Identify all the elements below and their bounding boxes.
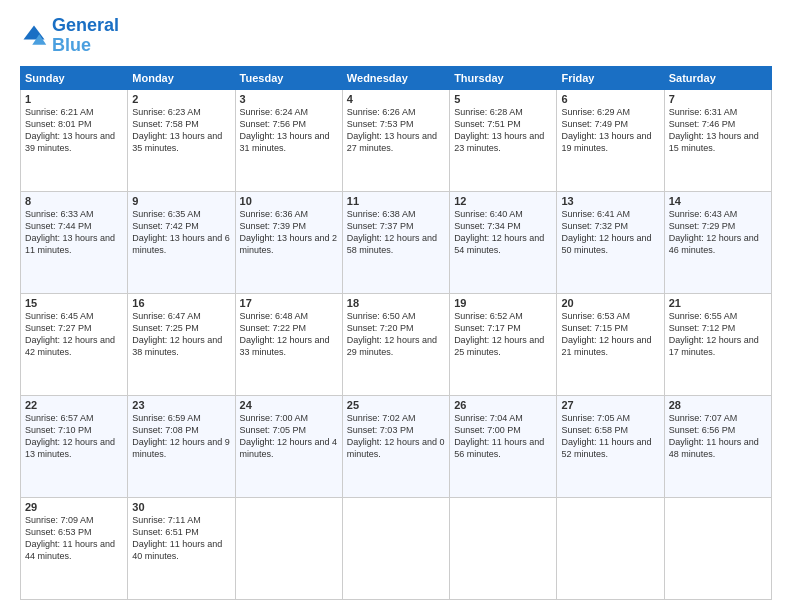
cell-content: Sunrise: 6:28 AMSunset: 7:51 PMDaylight:…	[454, 106, 552, 155]
calendar-cell	[342, 497, 449, 599]
calendar-cell: 20 Sunrise: 6:53 AMSunset: 7:15 PMDaylig…	[557, 293, 664, 395]
calendar-cell: 12 Sunrise: 6:40 AMSunset: 7:34 PMDaylig…	[450, 191, 557, 293]
day-number: 2	[132, 93, 230, 105]
logo-icon	[20, 22, 48, 50]
day-number: 29	[25, 501, 123, 513]
calendar-week-5: 29 Sunrise: 7:09 AMSunset: 6:53 PMDaylig…	[21, 497, 772, 599]
calendar-header-monday: Monday	[128, 66, 235, 89]
day-number: 16	[132, 297, 230, 309]
day-number: 7	[669, 93, 767, 105]
day-number: 6	[561, 93, 659, 105]
cell-content: Sunrise: 6:52 AMSunset: 7:17 PMDaylight:…	[454, 310, 552, 359]
cell-content: Sunrise: 6:31 AMSunset: 7:46 PMDaylight:…	[669, 106, 767, 155]
cell-content: Sunrise: 6:41 AMSunset: 7:32 PMDaylight:…	[561, 208, 659, 257]
calendar-cell: 10 Sunrise: 6:36 AMSunset: 7:39 PMDaylig…	[235, 191, 342, 293]
day-number: 20	[561, 297, 659, 309]
calendar-table: SundayMondayTuesdayWednesdayThursdayFrid…	[20, 66, 772, 600]
calendar-header-row: SundayMondayTuesdayWednesdayThursdayFrid…	[21, 66, 772, 89]
calendar-header-friday: Friday	[557, 66, 664, 89]
day-number: 22	[25, 399, 123, 411]
calendar-cell: 27 Sunrise: 7:05 AMSunset: 6:58 PMDaylig…	[557, 395, 664, 497]
cell-content: Sunrise: 6:26 AMSunset: 7:53 PMDaylight:…	[347, 106, 445, 155]
cell-content: Sunrise: 6:38 AMSunset: 7:37 PMDaylight:…	[347, 208, 445, 257]
day-number: 26	[454, 399, 552, 411]
day-number: 5	[454, 93, 552, 105]
calendar-cell: 19 Sunrise: 6:52 AMSunset: 7:17 PMDaylig…	[450, 293, 557, 395]
header: General Blue	[20, 16, 772, 56]
day-number: 11	[347, 195, 445, 207]
cell-content: Sunrise: 6:50 AMSunset: 7:20 PMDaylight:…	[347, 310, 445, 359]
day-number: 21	[669, 297, 767, 309]
calendar-cell: 17 Sunrise: 6:48 AMSunset: 7:22 PMDaylig…	[235, 293, 342, 395]
calendar-week-3: 15 Sunrise: 6:45 AMSunset: 7:27 PMDaylig…	[21, 293, 772, 395]
calendar-cell: 1 Sunrise: 6:21 AMSunset: 8:01 PMDayligh…	[21, 89, 128, 191]
cell-content: Sunrise: 7:04 AMSunset: 7:00 PMDaylight:…	[454, 412, 552, 461]
day-number: 3	[240, 93, 338, 105]
cell-content: Sunrise: 7:02 AMSunset: 7:03 PMDaylight:…	[347, 412, 445, 461]
logo-text: General Blue	[52, 16, 119, 56]
calendar-cell: 6 Sunrise: 6:29 AMSunset: 7:49 PMDayligh…	[557, 89, 664, 191]
cell-content: Sunrise: 6:47 AMSunset: 7:25 PMDaylight:…	[132, 310, 230, 359]
calendar-cell: 22 Sunrise: 6:57 AMSunset: 7:10 PMDaylig…	[21, 395, 128, 497]
day-number: 28	[669, 399, 767, 411]
calendar-header-saturday: Saturday	[664, 66, 771, 89]
cell-content: Sunrise: 7:09 AMSunset: 6:53 PMDaylight:…	[25, 514, 123, 563]
calendar-header-wednesday: Wednesday	[342, 66, 449, 89]
calendar-header-thursday: Thursday	[450, 66, 557, 89]
day-number: 12	[454, 195, 552, 207]
calendar-cell: 11 Sunrise: 6:38 AMSunset: 7:37 PMDaylig…	[342, 191, 449, 293]
cell-content: Sunrise: 6:23 AMSunset: 7:58 PMDaylight:…	[132, 106, 230, 155]
day-number: 19	[454, 297, 552, 309]
cell-content: Sunrise: 6:24 AMSunset: 7:56 PMDaylight:…	[240, 106, 338, 155]
day-number: 27	[561, 399, 659, 411]
cell-content: Sunrise: 7:11 AMSunset: 6:51 PMDaylight:…	[132, 514, 230, 563]
day-number: 8	[25, 195, 123, 207]
cell-content: Sunrise: 6:43 AMSunset: 7:29 PMDaylight:…	[669, 208, 767, 257]
calendar-header-sunday: Sunday	[21, 66, 128, 89]
day-number: 10	[240, 195, 338, 207]
cell-content: Sunrise: 6:55 AMSunset: 7:12 PMDaylight:…	[669, 310, 767, 359]
calendar-cell: 16 Sunrise: 6:47 AMSunset: 7:25 PMDaylig…	[128, 293, 235, 395]
cell-content: Sunrise: 6:57 AMSunset: 7:10 PMDaylight:…	[25, 412, 123, 461]
day-number: 15	[25, 297, 123, 309]
cell-content: Sunrise: 7:00 AMSunset: 7:05 PMDaylight:…	[240, 412, 338, 461]
cell-content: Sunrise: 6:48 AMSunset: 7:22 PMDaylight:…	[240, 310, 338, 359]
calendar-cell: 4 Sunrise: 6:26 AMSunset: 7:53 PMDayligh…	[342, 89, 449, 191]
calendar-cell: 28 Sunrise: 7:07 AMSunset: 6:56 PMDaylig…	[664, 395, 771, 497]
calendar-header-tuesday: Tuesday	[235, 66, 342, 89]
cell-content: Sunrise: 6:33 AMSunset: 7:44 PMDaylight:…	[25, 208, 123, 257]
day-number: 24	[240, 399, 338, 411]
calendar-cell	[557, 497, 664, 599]
day-number: 25	[347, 399, 445, 411]
cell-content: Sunrise: 6:40 AMSunset: 7:34 PMDaylight:…	[454, 208, 552, 257]
day-number: 1	[25, 93, 123, 105]
day-number: 9	[132, 195, 230, 207]
calendar-week-2: 8 Sunrise: 6:33 AMSunset: 7:44 PMDayligh…	[21, 191, 772, 293]
cell-content: Sunrise: 6:59 AMSunset: 7:08 PMDaylight:…	[132, 412, 230, 461]
calendar-cell: 23 Sunrise: 6:59 AMSunset: 7:08 PMDaylig…	[128, 395, 235, 497]
page: General Blue SundayMondayTuesdayWednesda…	[0, 0, 792, 612]
calendar-week-1: 1 Sunrise: 6:21 AMSunset: 8:01 PMDayligh…	[21, 89, 772, 191]
cell-content: Sunrise: 6:36 AMSunset: 7:39 PMDaylight:…	[240, 208, 338, 257]
calendar-cell: 15 Sunrise: 6:45 AMSunset: 7:27 PMDaylig…	[21, 293, 128, 395]
cell-content: Sunrise: 6:21 AMSunset: 8:01 PMDaylight:…	[25, 106, 123, 155]
calendar-cell: 21 Sunrise: 6:55 AMSunset: 7:12 PMDaylig…	[664, 293, 771, 395]
cell-content: Sunrise: 7:07 AMSunset: 6:56 PMDaylight:…	[669, 412, 767, 461]
calendar-cell: 3 Sunrise: 6:24 AMSunset: 7:56 PMDayligh…	[235, 89, 342, 191]
calendar-cell: 30 Sunrise: 7:11 AMSunset: 6:51 PMDaylig…	[128, 497, 235, 599]
calendar-cell: 7 Sunrise: 6:31 AMSunset: 7:46 PMDayligh…	[664, 89, 771, 191]
logo: General Blue	[20, 16, 119, 56]
day-number: 23	[132, 399, 230, 411]
day-number: 14	[669, 195, 767, 207]
calendar-cell: 24 Sunrise: 7:00 AMSunset: 7:05 PMDaylig…	[235, 395, 342, 497]
cell-content: Sunrise: 6:35 AMSunset: 7:42 PMDaylight:…	[132, 208, 230, 257]
calendar-cell	[450, 497, 557, 599]
calendar-cell: 18 Sunrise: 6:50 AMSunset: 7:20 PMDaylig…	[342, 293, 449, 395]
calendar-cell: 2 Sunrise: 6:23 AMSunset: 7:58 PMDayligh…	[128, 89, 235, 191]
day-number: 18	[347, 297, 445, 309]
calendar-cell: 14 Sunrise: 6:43 AMSunset: 7:29 PMDaylig…	[664, 191, 771, 293]
cell-content: Sunrise: 6:53 AMSunset: 7:15 PMDaylight:…	[561, 310, 659, 359]
calendar-cell	[235, 497, 342, 599]
day-number: 4	[347, 93, 445, 105]
cell-content: Sunrise: 6:29 AMSunset: 7:49 PMDaylight:…	[561, 106, 659, 155]
